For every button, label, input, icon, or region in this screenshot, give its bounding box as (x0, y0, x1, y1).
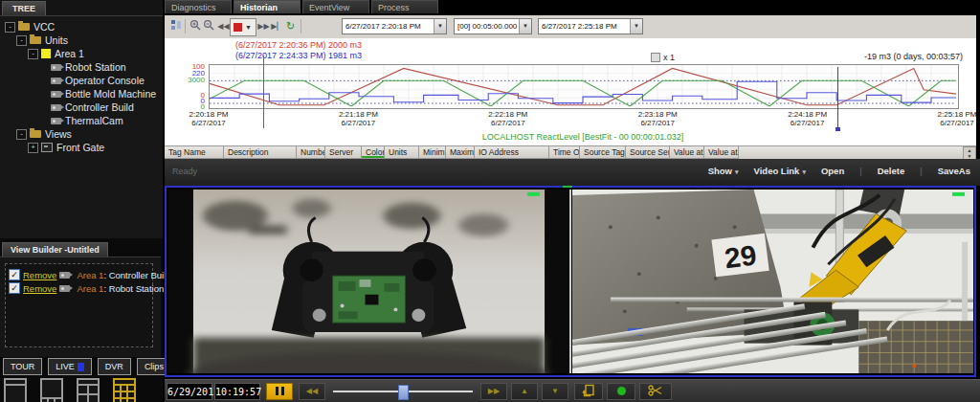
tick-time: 2:21:18 PM (323, 110, 392, 119)
show-menu-button[interactable]: Show▾ (708, 166, 739, 176)
record-button[interactable] (607, 383, 635, 400)
stream-led (527, 192, 540, 196)
tree-item-controller-build[interactable]: Controller Build (0, 100, 163, 114)
column-number[interactable]: Number (297, 146, 325, 159)
x-axis-label: 2:20:18 PM6/27/2017 (174, 110, 243, 127)
saveas-button[interactable]: SaveAs (938, 166, 970, 176)
zoom-factor-label: x 1 (651, 53, 675, 62)
camera-icon (51, 64, 61, 71)
export-clip-button[interactable] (574, 383, 603, 400)
export-icon (582, 384, 595, 397)
dvr-button[interactable]: DVR (98, 358, 131, 375)
tree-item-bottle-mold-machine[interactable]: Bottle Mold Machine (0, 87, 163, 100)
clip-scissors-button[interactable] (639, 383, 672, 400)
tick-date: 6/27/2017 (174, 119, 243, 127)
trend-plot[interactable] (209, 64, 959, 109)
tree-item-views[interactable]: -Views (0, 127, 163, 141)
button-label: TOUR (11, 360, 34, 374)
tree-expander[interactable]: - (16, 129, 27, 140)
go-to-end-icon[interactable]: ▶▏ (270, 19, 284, 34)
zoom-out-icon[interactable] (201, 19, 215, 34)
chevron-down-icon[interactable]: ▼ (434, 19, 446, 34)
layout-2x2-button[interactable] (77, 378, 100, 402)
end-time-combo[interactable]: 6/27/2017 2:25:18 PM ▼ (538, 18, 643, 34)
camera-icon (51, 91, 61, 98)
layout-3x3-button[interactable] (113, 378, 136, 402)
delete-button[interactable]: Delete (878, 166, 905, 176)
column-minimum[interactable]: Minimum (419, 146, 446, 159)
video-feed-controller-build[interactable] (168, 190, 569, 373)
speed-up-button[interactable]: ▲ (511, 383, 538, 400)
remove-link[interactable]: Remove (23, 270, 56, 280)
tab-process[interactable]: Process (371, 0, 438, 13)
tree-item-front-gate[interactable]: +Front Gate (0, 141, 163, 154)
column-value-at-x1[interactable]: Value at X1 (670, 146, 704, 159)
refresh-icon[interactable]: ↻ (283, 19, 298, 34)
speed-down-button[interactable]: ▼ (542, 383, 568, 400)
chevron-down-icon[interactable]: ▼ (519, 19, 531, 34)
column-maximum[interactable]: Maximum (446, 146, 475, 159)
trend-chart-zone: (6/27/2017 2:20:36 PM) 2000 m3 (6/27/201… (165, 38, 976, 145)
pen-color-picker[interactable]: ▼ (230, 18, 256, 36)
zoom-in-icon[interactable] (188, 19, 202, 34)
column-description[interactable]: Description (224, 146, 297, 159)
tick-date: 6/27/2017 (474, 119, 543, 127)
tab-tree[interactable]: TREE (2, 1, 46, 15)
rewind-button[interactable]: ◀◀ (299, 383, 325, 400)
column-color[interactable]: Color (362, 146, 385, 159)
column-units[interactable]: Units (385, 146, 419, 159)
tree-expander[interactable]: + (28, 143, 38, 153)
column-source-server[interactable]: Source Server (626, 146, 670, 159)
tab-eventview[interactable]: EventView (302, 0, 369, 13)
tree-expander[interactable]: - (5, 22, 15, 33)
chevron-down-icon[interactable]: ▼ (630, 19, 642, 34)
column-tag-name[interactable]: Tag Name (165, 146, 224, 159)
tab-diagnostics[interactable]: Diagnostics (165, 0, 232, 13)
camera-icon (59, 272, 70, 279)
tab-historian[interactable]: Historian (234, 0, 301, 13)
column-value-at-x2[interactable]: Value at X2 (704, 146, 739, 159)
tree-item-vcc[interactable]: -VCC (0, 20, 163, 34)
column-io-address[interactable]: IO Address (475, 146, 549, 159)
column-time-offset[interactable]: Time Offset (549, 146, 580, 159)
button-label: DVR (105, 360, 123, 374)
tree-item-robot-station[interactable]: Robot Station (0, 60, 163, 74)
tree-item-area-1[interactable]: -Area 1 (0, 47, 163, 60)
video-feed-robot-station[interactable]: 29 (572, 190, 973, 373)
cursor-x2[interactable] (837, 67, 838, 128)
step-forward-icon[interactable]: ▶▶ (256, 19, 271, 34)
step-back-icon[interactable]: ◀◀ (216, 19, 231, 34)
grid-scroll-spinner[interactable]: ▲▼ (963, 146, 976, 160)
tick-time: 2:25:18 PM (923, 110, 980, 119)
tree-item-units[interactable]: -Units (0, 34, 163, 47)
x-axis-label: 2:21:18 PM6/27/2017 (323, 110, 392, 127)
view-builder-item: ✓RemoveArea 1 : Robot Station (9, 281, 149, 295)
interval-combo[interactable]: [00] 00:05:00.000 ▼ (454, 18, 532, 34)
slider-handle[interactable] (398, 385, 409, 400)
open-button[interactable]: Open (821, 166, 844, 176)
checkbox[interactable]: ✓ (9, 282, 20, 294)
video-link-menu-button[interactable]: Video Link▾ (754, 166, 806, 176)
live-button[interactable]: LIVE (48, 358, 92, 375)
tree-item-label: VCC (33, 20, 55, 34)
start-time-combo[interactable]: 6/27/2017 2:20:18 PM ▼ (342, 18, 447, 34)
layout-main-plus-strip-button[interactable] (40, 378, 63, 402)
tree-expander[interactable]: - (28, 49, 38, 59)
tab-view-builder[interactable]: View Builder -Untitled (2, 242, 108, 257)
column-server[interactable]: Server (325, 146, 362, 159)
pause-button[interactable] (266, 383, 293, 400)
tree-item-label: Bottle Mold Machine (65, 87, 156, 100)
tree-item-operator-console[interactable]: Operator Console (0, 74, 163, 87)
tree-expander[interactable]: - (16, 35, 27, 46)
interval-value: [00] 00:05:00.000 (455, 22, 519, 31)
pen-list-icon[interactable] (168, 19, 183, 34)
tree-item-thermalcam[interactable]: ThermalCam (0, 114, 163, 127)
fast-forward-button[interactable]: ▶▶ (480, 383, 507, 400)
cursor-x1[interactable] (263, 56, 264, 128)
column-source-tag[interactable]: Source Tag (580, 146, 626, 159)
tour-button[interactable]: TOUR (3, 358, 42, 375)
checkbox[interactable]: ✓ (9, 269, 20, 280)
timeline-slider[interactable] (331, 383, 475, 400)
remove-link[interactable]: Remove (23, 283, 56, 294)
layout-single-button[interactable] (4, 378, 27, 402)
